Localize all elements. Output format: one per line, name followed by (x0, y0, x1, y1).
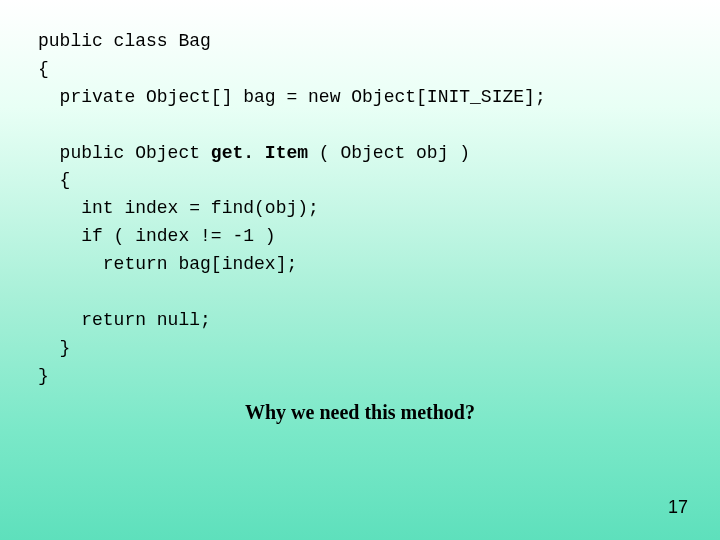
code-block: public class Bag { private Object[] bag … (0, 0, 720, 391)
code-line: private Object[] bag = new Object[INIT_S… (38, 87, 546, 107)
page-number: 17 (668, 497, 688, 518)
code-line: } (38, 338, 70, 358)
code-line: { (38, 59, 49, 79)
code-line: public class Bag (38, 31, 211, 51)
slide-question: Why we need this method? (0, 401, 720, 424)
method-name-bold: get. Item (211, 143, 308, 163)
code-line: return null; (38, 310, 211, 330)
code-line: if ( index != -1 ) (38, 226, 276, 246)
code-line: { (38, 170, 70, 190)
code-line: return bag[index]; (38, 254, 297, 274)
code-line: } (38, 366, 49, 386)
code-line: ( Object obj ) (308, 143, 470, 163)
code-line: int index = find(obj); (38, 198, 319, 218)
code-line: public Object (38, 143, 211, 163)
